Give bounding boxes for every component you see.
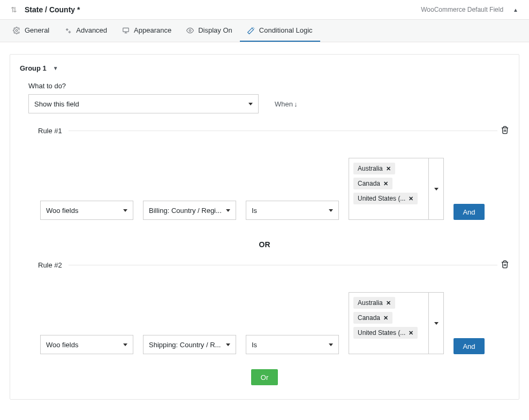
rule-legend-1: Rule #1: [35, 125, 509, 136]
rule-divider: [69, 131, 497, 131]
caret-down-icon: [329, 209, 333, 212]
tag-label: Australia: [358, 165, 383, 172]
caret-down-icon: [123, 343, 127, 346]
operator-select[interactable]: Is: [246, 335, 339, 354]
collapse-arrow-icon[interactable]: ▲: [513, 7, 518, 13]
when-text: When: [275, 100, 293, 108]
caret-down-icon: [434, 188, 439, 190]
tab-advanced-label: Advanced: [76, 26, 107, 34]
value-multiselect[interactable]: Australia✕ Canada✕ United States (...✕: [349, 158, 444, 220]
caret-down-icon: [226, 343, 230, 346]
field-select[interactable]: Billing: Country / Regi...: [143, 201, 236, 220]
trash-icon: [501, 125, 509, 135]
group-label: Group 1: [20, 64, 47, 72]
tag-remove-icon[interactable]: ✕: [409, 330, 413, 337]
svg-point-1: [66, 29, 67, 30]
chevron-down-icon: ▼: [53, 65, 58, 71]
action-row: Show this field When↓: [28, 94, 509, 113]
conditional-logic-panel: Group 1 ▼ What to do? Show this field Wh…: [10, 54, 519, 400]
rule-divider: [69, 265, 497, 265]
header-left: ⇅ State / County *: [11, 5, 80, 14]
tag-remove-icon[interactable]: ✕: [383, 180, 388, 187]
rule-title-1: Rule #1: [35, 127, 65, 135]
source-select-value: Woo fields: [46, 207, 78, 215]
rule-block-2: Rule #2 Woo fields Shipping: Country / R…: [35, 259, 509, 354]
tab-conditional-logic[interactable]: Conditional Logic: [240, 20, 320, 42]
tag: Australia✕: [353, 163, 395, 174]
group-header[interactable]: Group 1 ▼: [20, 64, 509, 72]
svg-point-0: [16, 29, 18, 32]
tab-appearance[interactable]: Appearance: [115, 20, 179, 42]
tag-remove-icon[interactable]: ✕: [386, 165, 391, 172]
or-button-row: Or: [20, 369, 509, 385]
header-right: WooCommerce Default Field ▲: [421, 6, 518, 13]
tag: Canada✕: [353, 312, 392, 324]
or-button[interactable]: Or: [251, 369, 278, 385]
delete-rule-button[interactable]: [501, 259, 509, 271]
svg-point-6: [189, 29, 191, 32]
or-divider: OR: [20, 240, 509, 249]
source-select[interactable]: Woo fields: [40, 201, 133, 220]
tag-remove-icon[interactable]: ✕: [409, 195, 413, 202]
monitor-icon: [122, 27, 130, 34]
tab-conditional-label: Conditional Logic: [259, 26, 313, 34]
tab-display-on[interactable]: Display On: [179, 20, 240, 42]
tag-remove-icon[interactable]: ✕: [383, 315, 388, 322]
svg-point-2: [69, 31, 70, 32]
rule-row-2: Woo fields Shipping: Country / R... Is A…: [35, 292, 509, 354]
multiselect-dropdown-toggle[interactable]: [428, 158, 443, 219]
gears-icon: [64, 27, 72, 34]
and-button[interactable]: And: [454, 204, 485, 220]
tags-body: Australia✕ Canada✕ United States (...✕: [349, 293, 428, 354]
tag: United States (...✕: [353, 327, 418, 339]
caret-down-icon: [248, 103, 253, 105]
what-to-do-label: What to do?: [28, 82, 509, 90]
rule-title-2: Rule #2: [35, 261, 65, 269]
tab-appearance-label: Appearance: [134, 26, 171, 34]
operator-select-value: Is: [252, 207, 257, 215]
source-select-value: Woo fields: [46, 341, 78, 349]
gear-icon: [13, 27, 20, 34]
tab-general-label: General: [25, 26, 49, 34]
trash-icon: [501, 259, 509, 269]
and-button[interactable]: And: [454, 338, 485, 354]
source-select[interactable]: Woo fields: [40, 335, 133, 354]
eye-icon: [186, 27, 194, 34]
field-title: State / County *: [25, 5, 80, 14]
field-header: ⇅ State / County * WooCommerce Default F…: [0, 0, 529, 20]
action-select-value: Show this field: [34, 100, 79, 108]
multiselect-dropdown-toggle[interactable]: [428, 293, 443, 354]
caret-down-icon: [123, 209, 127, 212]
caret-down-icon: [226, 209, 230, 212]
tags-body: Australia✕ Canada✕ United States (...✕: [349, 158, 428, 219]
delete-rule-button[interactable]: [501, 125, 509, 136]
when-label: When↓: [275, 100, 297, 108]
rule-block-1: Rule #1 Woo fields Billing: Country / Re…: [35, 125, 509, 220]
tag: Canada✕: [353, 178, 392, 189]
wand-icon: [247, 27, 255, 34]
tag-label: United States (...: [358, 195, 405, 202]
tabs: General Advanced Appearance Display On C…: [0, 20, 529, 42]
rule-legend-2: Rule #2: [35, 259, 509, 271]
action-select[interactable]: Show this field: [28, 94, 259, 113]
tag: Australia✕: [353, 297, 395, 309]
tab-display-on-label: Display On: [198, 26, 232, 34]
field-select[interactable]: Shipping: Country / R...: [143, 335, 236, 354]
value-multiselect[interactable]: Australia✕ Canada✕ United States (...✕: [349, 292, 444, 354]
tab-advanced[interactable]: Advanced: [57, 20, 115, 42]
arrow-down-icon: ↓: [294, 100, 298, 108]
rule-row-1: Woo fields Billing: Country / Regi... Is…: [35, 158, 509, 220]
operator-select[interactable]: Is: [246, 201, 339, 220]
tag-remove-icon[interactable]: ✕: [386, 300, 391, 307]
tag-label: Canada: [358, 314, 380, 322]
default-field-label: WooCommerce Default Field: [421, 6, 503, 13]
caret-down-icon: [329, 343, 333, 346]
tag-label: Australia: [358, 299, 383, 307]
field-select-value: Shipping: Country / R...: [149, 341, 221, 349]
caret-down-icon: [434, 322, 439, 325]
sort-icon[interactable]: ⇅: [11, 5, 17, 14]
tag-label: United States (...: [358, 329, 405, 337]
tab-general[interactable]: General: [5, 20, 57, 42]
svg-rect-3: [123, 28, 129, 32]
tag: United States (...✕: [353, 193, 418, 204]
